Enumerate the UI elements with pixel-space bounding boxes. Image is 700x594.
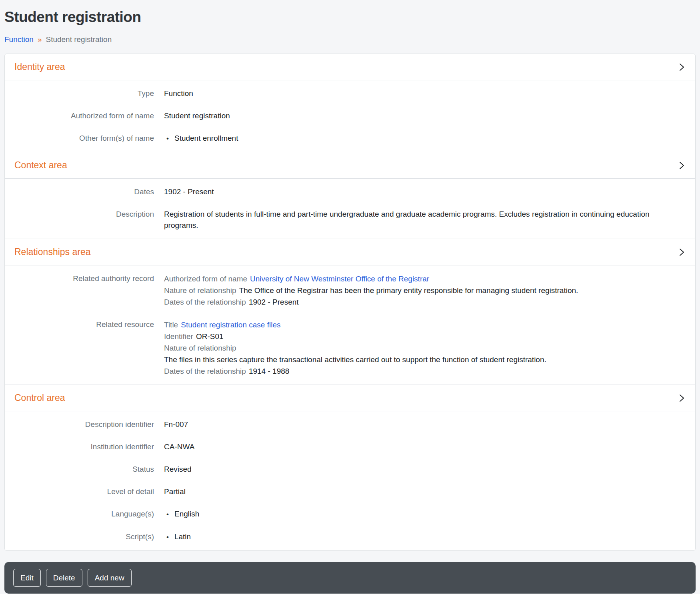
field-row-status: Status Revised (5, 458, 695, 480)
field-row-dates: Dates 1902 - Present (5, 179, 695, 203)
field-label: Related authority record (5, 265, 159, 290)
field-value: TitleStudent registration case files Ide… (159, 313, 695, 385)
section-title: Relationships area (14, 247, 91, 257)
bullet-text: Latin (174, 531, 191, 542)
section-header-control[interactable]: Control area (5, 385, 695, 411)
bullet-icon (164, 508, 174, 520)
relationship-line: TitleStudent registration case files (164, 319, 686, 331)
field-row-languages: Language(s) English (5, 503, 695, 526)
relationship-line: Nature of relationship (164, 342, 686, 354)
field-value: Student registration (159, 105, 695, 127)
relationship-line: Nature of relationshipThe Office of the … (164, 285, 686, 296)
field-row-related-authority-record: Related authority record Authorized form… (5, 265, 695, 313)
relationship-key: Nature of relationship (164, 286, 236, 295)
relationship-key: Identifier (164, 332, 193, 341)
field-value: Function (159, 80, 695, 105)
action-bar: Edit Delete Add new (4, 562, 696, 594)
field-row-scripts: Script(s) Latin (5, 526, 695, 550)
relationship-key: Nature of relationship (164, 344, 236, 352)
field-row-institution-identifier: Institution identifier CA-NWA (5, 436, 695, 458)
relationship-text: The Office of the Registrar has been the… (239, 286, 578, 295)
bullet-text: English (174, 508, 199, 520)
field-value: 1902 - Present (159, 179, 695, 203)
field-group: Dates 1902 - Present Description Registr… (5, 179, 695, 239)
field-label: Description (5, 203, 159, 227)
field-row-description-identifier: Description identifier Fn-007 (5, 411, 695, 436)
relationship-line: Authorized form of nameUniversity of New… (164, 273, 686, 285)
field-group: Type Function Authorized form of name St… (5, 80, 695, 152)
section-header-relationships[interactable]: Relationships area (5, 239, 695, 265)
field-label: Other form(s) of name (5, 127, 159, 151)
field-value: English (159, 503, 695, 526)
page-title: Student registration (4, 9, 696, 26)
field-label: Script(s) (5, 526, 159, 550)
record-panel: Identity area Type Function Authorized f… (4, 54, 696, 551)
related-resource-link[interactable]: Student registration case files (181, 321, 280, 329)
relationship-text: 1902 - Present (249, 298, 299, 306)
field-value: Student enrollment (159, 127, 695, 152)
field-label: Language(s) (5, 503, 159, 525)
section-title: Context area (14, 160, 67, 171)
section-title: Control area (14, 393, 65, 403)
field-row-type: Type Function (5, 80, 695, 105)
field-row-authorized-form-of-name: Authorized form of name Student registra… (5, 105, 695, 127)
relationship-line: Dates of the relationship1902 - Present (164, 296, 686, 308)
relationship-text: The files in this series capture the tra… (164, 355, 546, 364)
field-value: Revised (159, 458, 695, 480)
field-label: Dates (5, 179, 159, 203)
relationship-text: OR-S01 (196, 332, 224, 341)
chevron-right-icon[interactable] (678, 63, 686, 71)
field-label: Type (5, 80, 159, 105)
edit-button[interactable]: Edit (13, 569, 41, 587)
section-context-area: Context area Dates 1902 - Present Descri… (5, 152, 695, 239)
section-header-context[interactable]: Context area (5, 152, 695, 179)
section-identity-area: Identity area Type Function Authorized f… (5, 54, 695, 152)
breadcrumb-link-function[interactable]: Function (4, 35, 34, 44)
section-relationships-area: Relationships area Related authority rec… (5, 239, 695, 385)
field-label: Authorized form of name (5, 105, 159, 127)
bullet-text: Student enrollment (174, 133, 238, 144)
chevron-right-icon[interactable] (678, 248, 686, 256)
breadcrumb: Function » Student registration (4, 35, 696, 44)
relationship-line: Dates of the relationship1914 - 1988 (164, 365, 686, 377)
bullet-icon (164, 531, 174, 543)
field-value: Partial (159, 480, 695, 503)
field-label: Description identifier (5, 411, 159, 436)
section-control-area: Control area Description identifier Fn-0… (5, 385, 695, 550)
list-item: English (164, 508, 686, 520)
breadcrumb-current: Student registration (46, 35, 112, 44)
list-item: Latin (164, 531, 686, 543)
page-root: Student registration Function » Student … (0, 0, 700, 594)
field-value: Latin (159, 526, 695, 550)
breadcrumb-separator: » (38, 35, 42, 44)
relationship-line: The files in this series capture the tra… (164, 354, 686, 365)
chevron-right-icon[interactable] (678, 394, 686, 402)
relationship-text: 1914 - 1988 (249, 367, 289, 375)
relationship-key: Dates of the relationship (164, 298, 246, 306)
field-group: Description identifier Fn-007 Institutio… (5, 411, 695, 550)
add-new-button[interactable]: Add new (88, 569, 132, 587)
field-value: CA-NWA (159, 436, 695, 458)
field-label: Institution identifier (5, 436, 159, 458)
delete-button[interactable]: Delete (46, 569, 82, 587)
relationship-key: Authorized form of name (164, 275, 247, 283)
chevron-right-icon[interactable] (678, 161, 686, 169)
field-row-other-forms-of-name: Other form(s) of name Student enrollment (5, 127, 695, 152)
bullet-icon (164, 133, 174, 144)
list-item: Student enrollment (164, 133, 686, 144)
field-row-level-of-detail: Level of detail Partial (5, 480, 695, 503)
field-group: Related authority record Authorized form… (5, 265, 695, 385)
relationship-key: Title (164, 321, 178, 329)
section-header-identity[interactable]: Identity area (5, 54, 695, 80)
field-row-description: Description Registration of students in … (5, 203, 695, 239)
relationship-key: Dates of the relationship (164, 367, 246, 375)
field-label: Status (5, 458, 159, 480)
field-label: Level of detail (5, 480, 159, 503)
field-row-related-resource: Related resource TitleStudent registrati… (5, 313, 695, 385)
field-value: Fn-007 (159, 411, 695, 436)
field-value: Authorized form of nameUniversity of New… (159, 265, 695, 313)
relationship-line: IdentifierOR-S01 (164, 331, 686, 342)
related-authority-link[interactable]: University of New Westminster Office of … (250, 275, 429, 283)
section-title: Identity area (14, 62, 65, 72)
field-label: Related resource (5, 313, 159, 338)
